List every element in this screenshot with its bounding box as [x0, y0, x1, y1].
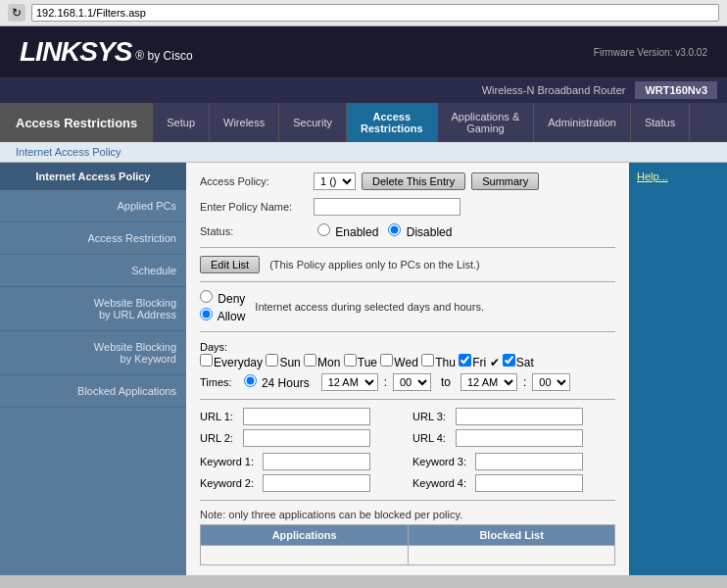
help-link[interactable]: Help... — [629, 163, 727, 190]
page-title-tab: Access Restrictions — [0, 103, 153, 142]
edit-list-row: Edit List (This Policy applies only to P… — [200, 256, 615, 273]
logo-linksys: LINKSYS — [20, 36, 131, 68]
summary-button[interactable]: Summary — [471, 172, 539, 190]
allow-label[interactable]: Allow — [200, 308, 245, 323]
router-label: Wireless-N Broadband Router — [482, 84, 626, 96]
status-enabled-label[interactable]: Enabled — [317, 223, 378, 239]
keyword2-input[interactable] — [263, 474, 370, 492]
keyword1-input[interactable] — [263, 453, 370, 470]
main-content: Access Policy: 1 () 2 () 3 () Delete Thi… — [186, 163, 629, 575]
divider5 — [200, 500, 615, 501]
keyword2-label: Keyword 2: — [200, 477, 259, 489]
keyword3-input[interactable] — [475, 453, 583, 470]
status-disabled-label[interactable]: Disabled — [388, 223, 452, 239]
url2-input[interactable] — [243, 429, 370, 447]
tab-security[interactable]: Security — [279, 103, 347, 142]
sidebar-item-access-restriction[interactable]: Access Restriction — [0, 222, 186, 255]
sidebar-header: Internet Access Policy — [0, 163, 186, 190]
help-sidebar: Help... — [629, 163, 727, 575]
keyword1-row: Keyword 1: — [200, 453, 403, 470]
checkbox-thu[interactable] — [421, 354, 434, 367]
firmware-info: Firmware Version: v3.0.02 — [594, 47, 707, 58]
checkbox-wed[interactable] — [380, 354, 393, 367]
sidebar-item-schedule[interactable]: Schedule — [0, 255, 186, 287]
url2-label: URL 2: — [200, 432, 239, 444]
day-mon[interactable]: Mon — [304, 356, 340, 369]
sidebar-item-website-url[interactable]: Website Blockingby URL Address — [0, 287, 186, 331]
day-tue[interactable]: Tue — [344, 356, 377, 369]
browser-bar: ↻ — [0, 0, 727, 26]
day-sat[interactable]: Sat — [503, 356, 534, 369]
time-to-hour-select[interactable]: 12 AM1 AM2 AM — [460, 373, 517, 391]
policy-select[interactable]: 1 () 2 () 3 () — [314, 172, 356, 190]
deny-allow-row: Deny Allow Internet access during select… — [200, 290, 615, 323]
refresh-button[interactable]: ↻ — [8, 4, 25, 22]
delete-entry-button[interactable]: Delete This Entry — [362, 172, 465, 190]
logo-area: LINKSYS ® by Cisco — [20, 36, 193, 68]
keyword3-label: Keyword 3: — [412, 456, 471, 467]
policy-name-row: Enter Policy Name: — [200, 198, 615, 216]
status-label: Status: — [200, 225, 308, 237]
deny-label[interactable]: Deny — [200, 290, 245, 306]
url1-input[interactable] — [243, 408, 370, 425]
time-24h-radio[interactable] — [244, 374, 257, 387]
url-grid: URL 1: URL 3: URL 2: URL 4: — [200, 408, 615, 447]
keyword-grid: Keyword 1: Keyword 3: Keyword 2: Keyword… — [200, 453, 615, 492]
keyword2-row: Keyword 2: — [200, 474, 403, 492]
keyword4-row: Keyword 4: — [412, 474, 615, 492]
policy-name-label: Enter Policy Name: — [200, 201, 308, 213]
time-to-min-select[interactable]: 00153045 — [532, 373, 570, 391]
status-row: Status: Enabled Disabled — [200, 223, 615, 239]
url4-label: URL 4: — [412, 432, 452, 444]
access-policy-label: Access Policy: — [200, 175, 308, 187]
keyword3-row: Keyword 3: — [412, 453, 615, 470]
apps-table: Applications Blocked List — [200, 524, 615, 565]
day-wed[interactable]: Wed — [380, 356, 417, 369]
times-row: Times: 24 Hours 12 AM1 AM2 AM : 00153045… — [200, 373, 615, 391]
tab-administration[interactable]: Administration — [534, 103, 631, 142]
checkbox-mon[interactable] — [304, 354, 316, 367]
checkbox-sun[interactable] — [266, 354, 278, 367]
tab-access-restrictions[interactable]: AccessRestrictions — [347, 103, 438, 142]
time-from-min-select[interactable]: 00153045 — [393, 373, 431, 391]
checkbox-sat[interactable] — [503, 354, 515, 367]
sidebar: Internet Access Policy Applied PCs Acces… — [0, 163, 186, 575]
header: LINKSYS ® by Cisco Firmware Version: v3.… — [0, 26, 727, 77]
router-page: LINKSYS ® by Cisco Firmware Version: v3.… — [0, 26, 727, 575]
allow-radio[interactable] — [200, 308, 213, 320]
status-enabled-radio[interactable] — [317, 223, 330, 236]
tab-setup[interactable]: Setup — [153, 103, 210, 142]
day-fri[interactable]: Fri — [459, 356, 486, 369]
access-policy-row: Access Policy: 1 () 2 () 3 () Delete Thi… — [200, 172, 615, 190]
url-bar[interactable] — [31, 4, 719, 22]
deny-radio[interactable] — [200, 290, 213, 303]
time-24h-label[interactable]: 24 Hours — [244, 374, 310, 390]
checkbox-everyday[interactable] — [200, 354, 213, 367]
checkbox-tue[interactable] — [344, 354, 357, 367]
sidebar-item-blocked-apps[interactable]: Blocked Applications — [0, 375, 186, 408]
content-area: Internet Access Policy Applied PCs Acces… — [0, 163, 727, 575]
url3-input[interactable] — [456, 408, 583, 425]
policy-name-input[interactable] — [314, 198, 460, 216]
day-thu[interactable]: Thu — [421, 356, 456, 369]
day-everyday[interactable]: Everyday — [200, 356, 263, 369]
keyword4-input[interactable] — [475, 474, 583, 492]
tab-wireless[interactable]: Wireless — [210, 103, 279, 142]
restrict-note: Internet access during selected days and… — [255, 301, 484, 313]
url2-row: URL 2: — [200, 429, 403, 447]
sidebar-item-applied-pcs[interactable]: Applied PCs — [0, 190, 186, 222]
tab-status[interactable]: Status — [631, 103, 690, 142]
url3-row: URL 3: — [412, 408, 615, 425]
status-disabled-radio[interactable] — [388, 223, 401, 236]
sidebar-item-website-keyword[interactable]: Website Blockingby Keyword — [0, 331, 186, 375]
divider4 — [200, 399, 615, 400]
day-sun[interactable]: Sun — [266, 356, 300, 369]
checkbox-fri[interactable] — [459, 354, 471, 367]
breadcrumb: Internet Access Policy — [0, 142, 727, 163]
url4-row: URL 4: — [412, 429, 615, 447]
days-label: Days: — [200, 341, 227, 353]
time-from-hour-select[interactable]: 12 AM1 AM2 AM — [321, 373, 378, 391]
edit-list-button[interactable]: Edit List — [200, 256, 260, 273]
tab-applications-gaming[interactable]: Applications &Gaming — [438, 103, 535, 142]
url4-input[interactable] — [456, 429, 583, 447]
